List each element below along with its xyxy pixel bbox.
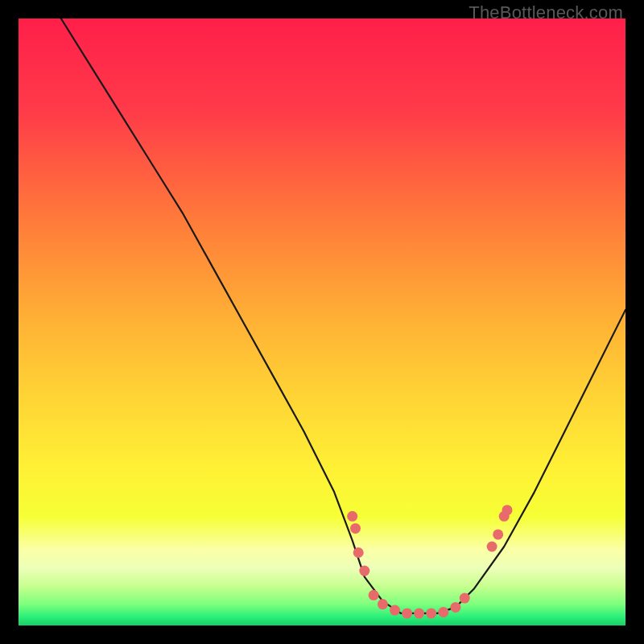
gradient-background (19, 19, 625, 625)
chart-frame (19, 19, 625, 625)
data-marker (493, 529, 503, 539)
data-marker (426, 608, 436, 618)
data-marker (502, 505, 513, 515)
data-marker (450, 602, 460, 613)
data-marker (402, 608, 412, 618)
data-marker (353, 547, 364, 558)
data-marker (350, 523, 361, 534)
data-marker (390, 605, 400, 616)
data-marker (359, 566, 369, 576)
watermark-text: TheBottleneck.com (469, 2, 623, 23)
data-marker (378, 599, 388, 609)
data-marker (487, 542, 497, 552)
data-marker (347, 511, 357, 522)
data-marker (438, 607, 448, 617)
data-marker (369, 590, 379, 601)
data-marker (414, 608, 424, 618)
bottleneck-chart (19, 19, 625, 625)
data-marker (460, 593, 470, 604)
